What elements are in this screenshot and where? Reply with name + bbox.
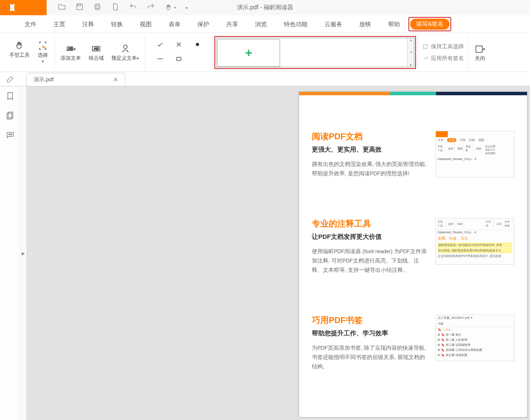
section-thumb-3: 员工手册_20120917.pdf ✕ 书签 🔖 ▫ ▫ A A ▫ ⊞ 🔖 第… xyxy=(436,315,514,361)
add-text-button[interactable]: AB 添加文本 xyxy=(58,42,83,62)
menu-protect[interactable]: 保护 xyxy=(189,15,218,33)
collapse-handle[interactable]: ▶ xyxy=(20,86,26,420)
svg-text:AB: AB xyxy=(94,47,99,51)
menu-convert[interactable]: 转换 xyxy=(103,15,131,33)
menu-fillsign[interactable]: 填写&签名 xyxy=(410,19,450,30)
combo-field-button[interactable]: AB 组合域 xyxy=(86,42,106,62)
menu-file[interactable]: 文件 xyxy=(16,15,45,33)
svg-text:AB: AB xyxy=(68,47,73,51)
document-tab[interactable]: 演示.pdf ✕ xyxy=(26,73,125,86)
ribbon: 手型工具 选择▾ AB 添加文本 AB 组合域 预定义文本▾ xyxy=(0,33,530,72)
svg-rect-13 xyxy=(476,46,482,52)
undo-icon[interactable] xyxy=(129,3,137,13)
app-logo xyxy=(0,0,47,15)
bookmark-icon[interactable] xyxy=(6,91,15,102)
menu-home[interactable]: 主页 xyxy=(45,15,74,33)
section-bookmark: 巧用PDF书签 帮助您提升工作、学习效率 为PDF页面添加书签, 除了实现内容的… xyxy=(299,304,527,371)
menu-comment[interactable]: 注释 xyxy=(74,15,103,33)
open-icon[interactable] xyxy=(58,3,66,13)
predefined-text-button[interactable]: 预定义文本▾ xyxy=(109,42,142,62)
menu-form[interactable]: 表单 xyxy=(160,15,189,33)
svg-point-9 xyxy=(123,45,127,49)
pdf-page: 阅读PDF文档 更强大、更实用、更高效 拥有出色的文档渲染效果, 强大的页面管理… xyxy=(299,91,527,417)
menu-view[interactable]: 视图 xyxy=(131,15,160,33)
keep-tool-checkbox[interactable]: 保持工具选择 xyxy=(422,42,464,51)
signature-scroll[interactable]: ▴▾▼ xyxy=(407,38,414,67)
svg-rect-3 xyxy=(96,4,99,6)
menu-feature[interactable]: 特色功能 xyxy=(275,15,316,33)
svg-rect-4 xyxy=(96,8,99,9)
svg-point-17 xyxy=(10,134,11,135)
menu-cloud[interactable]: 云服务 xyxy=(316,15,351,33)
menu-fillsign-highlight: 填写&签名 xyxy=(408,17,451,31)
svg-rect-2 xyxy=(95,6,100,8)
document-viewport[interactable]: 阅读PDF文档 更强大、更实用、更高效 拥有出色的文档渲染效果, 强大的页面管理… xyxy=(26,86,530,420)
menu-share[interactable]: 共享 xyxy=(218,15,247,33)
cross-icon[interactable] xyxy=(175,41,183,50)
menu-bar: 文件 主页 注释 转换 视图 表单 保护 共享 浏览 特色功能 云服务 放映 帮… xyxy=(0,15,530,33)
svg-rect-1 xyxy=(78,4,81,6)
section-thumb-1: 文件主页注释转换视图 手型工具 选择 截图 剪贴板 缩放 适合页面实际大小旋转视… xyxy=(436,131,514,177)
section-thumb-2: 手型工具 选择 缩放 打字机 高亮 文件转换 Datasheet_Reader_… xyxy=(436,218,514,265)
menu-browse[interactable]: 浏览 xyxy=(247,15,275,33)
close-tab-icon[interactable]: ✕ xyxy=(113,76,118,83)
select-tool-button[interactable]: 选择▾ xyxy=(35,39,51,65)
eraser-icon[interactable] xyxy=(0,72,20,86)
title-bar: ▾ ▾ 演示.pdf - 福昕阅读器 xyxy=(0,0,530,15)
menu-slideshow[interactable]: 放映 xyxy=(351,15,380,33)
pages-icon[interactable] xyxy=(6,111,15,122)
qat-more-icon[interactable]: ▾ xyxy=(186,6,188,10)
add-signature-button[interactable] xyxy=(217,39,280,67)
dot-icon[interactable] xyxy=(194,41,201,50)
check-icon[interactable] xyxy=(156,41,164,50)
svg-point-10 xyxy=(196,43,199,46)
sidebar xyxy=(0,86,20,420)
svg-point-18 xyxy=(11,134,11,135)
page-icon[interactable] xyxy=(111,3,119,13)
comment-icon[interactable] xyxy=(6,130,15,141)
section-annotate: 专业的注释工具 让PDF文档发挥更大价值 使用福昕PDF阅读器 (foxit r… xyxy=(299,208,527,275)
quick-access-toolbar: ▾ ▾ xyxy=(47,3,188,13)
close-button[interactable]: 关闭 xyxy=(472,43,488,62)
save-icon[interactable] xyxy=(75,3,84,13)
line-icon[interactable] xyxy=(156,55,164,64)
apply-all-sign-button[interactable]: 应用所有签名 xyxy=(422,54,464,63)
svg-point-16 xyxy=(8,134,9,135)
rect-icon[interactable] xyxy=(175,55,183,64)
svg-rect-12 xyxy=(423,44,427,48)
redo-icon[interactable] xyxy=(147,3,155,13)
hand-tool-button[interactable]: 手型工具 xyxy=(7,39,32,65)
main-area: ▶ 阅读PDF文档 更强大、更实用、更高效 拥有出色的文档渲染效果, 强大的页面… xyxy=(0,86,530,420)
signature-panel-highlight: ▴▾▼ xyxy=(214,36,416,69)
svg-rect-11 xyxy=(177,57,181,61)
menu-help[interactable]: 帮助 xyxy=(380,15,408,33)
tab-strip: 演示.pdf ✕ xyxy=(0,72,530,86)
document-tab-label: 演示.pdf xyxy=(33,76,54,83)
section-read: 阅读PDF文档 更强大、更实用、更高效 拥有出色的文档渲染效果, 强大的页面管理… xyxy=(299,121,527,178)
print-icon[interactable] xyxy=(93,3,102,13)
hand-dropdown-icon[interactable]: ▾ xyxy=(164,3,176,12)
shape-spacer xyxy=(194,55,201,64)
